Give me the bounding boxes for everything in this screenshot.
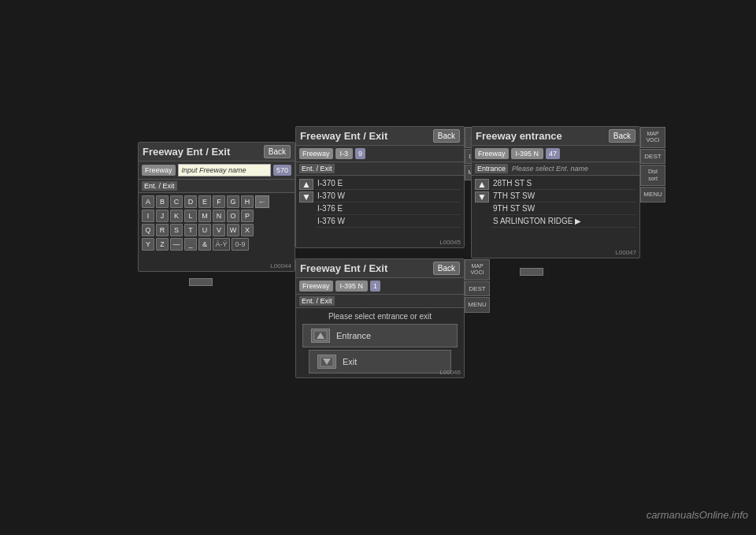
screen3-entrance-button[interactable]: Entrance: [302, 324, 458, 347]
screen2-scroll-down[interactable]: ▼: [299, 191, 313, 202]
key-backspace[interactable]: ←: [255, 195, 269, 208]
screen3-menu-button[interactable]: MENU: [465, 297, 490, 313]
screen3-back-button[interactable]: Back: [433, 262, 460, 275]
screen1-keyboard: Freeway Ent / Exit Back Freeway Input Fr…: [138, 142, 295, 272]
screen4-count: 47: [546, 148, 560, 159]
key-W[interactable]: W: [227, 224, 239, 236]
screen1-freeway-label: Freeway: [142, 165, 176, 176]
screen2-freeway-value: I-3: [335, 148, 354, 159]
key-B[interactable]: B: [156, 195, 169, 208]
key-P[interactable]: P: [241, 210, 254, 222]
screen4-menu-button[interactable]: MENU: [640, 187, 665, 202]
screen2-title: Freeway Ent / Exit: [300, 130, 387, 142]
screen1-input-field[interactable]: Input Freeway name: [178, 164, 271, 176]
screen1-count: 570: [273, 165, 291, 176]
screen1-title: Freeway Ent / Exit: [143, 146, 230, 158]
key-underscore[interactable]: _: [184, 238, 197, 251]
screen2-back-button[interactable]: Back: [433, 129, 460, 143]
key-J[interactable]: J: [156, 210, 169, 222]
screen4-dest-button[interactable]: DEST: [640, 149, 665, 165]
key-K[interactable]: K: [170, 210, 183, 222]
key-Q[interactable]: Q: [142, 224, 154, 236]
key-F[interactable]: F: [213, 195, 225, 208]
screen2-tab[interactable]: Ent. / Exit: [299, 164, 335, 173]
key-Z[interactable]: Z: [156, 238, 169, 251]
list-item-text: 28TH ST S: [493, 179, 635, 188]
key-O[interactable]: O: [227, 210, 239, 222]
list-item-text: I-370 E: [317, 179, 459, 188]
key-G[interactable]: G: [227, 195, 239, 208]
key-A[interactable]: A: [142, 195, 154, 208]
screen4-entrance-list: Freeway entrance Back Freeway I-395 N 47…: [471, 126, 640, 258]
screen1-back-button[interactable]: Back: [264, 145, 291, 158]
key-T[interactable]: T: [184, 224, 197, 236]
list-item[interactable]: 9TH ST SW: [491, 202, 636, 215]
screen4-list-header: Please select Ent. name: [510, 164, 591, 173]
screen3-count: 1: [370, 281, 380, 292]
list-item[interactable]: I-376 W: [316, 215, 461, 228]
screen2-input-row: Freeway I-3 9: [296, 146, 464, 162]
screen3-titlebar: Freeway Ent / Exit Back: [296, 259, 464, 278]
list-item[interactable]: I-370 W: [316, 190, 461, 202]
key-H[interactable]: H: [241, 195, 254, 208]
list-item-text: I-370 W: [317, 191, 459, 200]
screen4-dist-button[interactable]: Distsort: [640, 165, 665, 186]
screen1-tab-ent-exit[interactable]: Ent. / Exit: [142, 181, 177, 191]
screen4-code: L00047: [615, 249, 636, 256]
list-item[interactable]: I-376 E: [316, 202, 461, 215]
key-I[interactable]: I: [142, 210, 154, 222]
list-item[interactable]: 28TH ST S: [491, 177, 636, 190]
key-C[interactable]: C: [170, 195, 183, 208]
screen2-titlebar: Freeway Ent / Exit Back: [296, 127, 464, 146]
screen3-map-button[interactable]: MAPVOCI: [465, 259, 490, 281]
list-item[interactable]: 7TH ST SW: [491, 190, 636, 202]
screen4-map-button[interactable]: MAPVOCI: [640, 127, 665, 148]
screen4-scroll-down[interactable]: ▼: [475, 191, 489, 202]
screen4-tab[interactable]: Entrance: [475, 164, 508, 173]
screen4-input-row: Freeway I-395 N 47: [472, 146, 639, 162]
screen3-tab[interactable]: Ent. / Exit: [299, 296, 335, 306]
screen2-list: ▲ ▼ I-370 E I-370 W I-376 E I-376 W: [296, 176, 464, 229]
screen1-input-row: Freeway Input Freeway name 570: [139, 162, 295, 180]
key-L[interactable]: L: [184, 210, 197, 222]
screen3-dest-button[interactable]: DEST: [465, 281, 490, 297]
keyboard-row-3: Q R S T U V W X: [142, 224, 291, 236]
key-U[interactable]: U: [198, 224, 211, 236]
screen4-freeway-label: Freeway: [475, 148, 509, 159]
key-X[interactable]: X: [241, 224, 254, 236]
key-S[interactable]: S: [170, 224, 183, 236]
screen3-prompt: Please select entrance or exit Entrance …: [296, 308, 464, 378]
key-numbers[interactable]: 0-9: [232, 238, 249, 251]
list-item-text: S ARLINGTON RIDGE ▶: [493, 217, 635, 225]
list-item-text: I-376 E: [317, 204, 459, 213]
screen4-back-button[interactable]: Back: [609, 129, 636, 143]
key-R[interactable]: R: [156, 224, 169, 236]
screen2-scroll-up[interactable]: ▲: [299, 179, 313, 190]
list-item[interactable]: S ARLINGTON RIDGE ▶: [491, 215, 636, 228]
screen2-count: 9: [355, 148, 365, 159]
screen1-keyboard-area: A B C D E F G H ← I J K L M N O P Q R S …: [139, 193, 295, 254]
screen3-select: Freeway Ent / Exit Back Freeway I-395 N …: [295, 258, 465, 378]
list-item-text: I-376 W: [317, 217, 459, 225]
key-M[interactable]: M: [198, 210, 211, 222]
key-E[interactable]: E: [198, 195, 211, 208]
screen3-title: Freeway Ent / Exit: [300, 262, 387, 274]
screen4-scroll-up[interactable]: ▲: [475, 179, 489, 190]
key-dash[interactable]: —: [170, 238, 183, 251]
key-Y[interactable]: Y: [142, 238, 154, 251]
list-item-text: 9TH ST SW: [493, 204, 635, 213]
screen1-indicator: [189, 278, 213, 286]
key-D[interactable]: D: [184, 195, 197, 208]
list-item[interactable]: I-370 E: [316, 177, 461, 190]
key-ampersand[interactable]: &: [198, 238, 211, 251]
screen2-freeway-label: Freeway: [299, 148, 333, 159]
screen4-titlebar: Freeway entrance Back: [472, 127, 639, 146]
screen1-tab-row: Ent. / Exit: [139, 180, 295, 193]
screen3-exit-button[interactable]: Exit: [309, 350, 451, 373]
key-V[interactable]: V: [213, 224, 225, 236]
screen1-code: L00044: [270, 262, 291, 269]
key-accents[interactable]: À-Ý: [213, 238, 230, 251]
key-N[interactable]: N: [213, 210, 225, 222]
screen4-freeway-value: I-395 N: [511, 148, 544, 159]
entrance-icon: [311, 329, 330, 343]
